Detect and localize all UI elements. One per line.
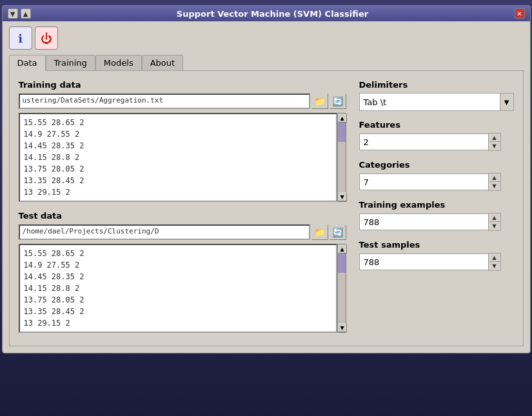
features-row: Features 2 ▲ ▼ (359, 120, 514, 151)
categories-spinner-btns: ▲ ▼ (488, 173, 501, 191)
categories-spin-down[interactable]: ▼ (489, 182, 500, 190)
training-data-area[interactable]: 15.55 28.65 214.9 27.55 214.45 28.35 214… (19, 113, 337, 202)
test-samples-spinner: 788 ▲ ▼ (359, 253, 514, 271)
delimiters-dropdown-arrow[interactable]: ▼ (500, 93, 514, 111)
training-data-area-wrapper: 15.55 28.65 214.9 27.55 214.45 28.35 214… (19, 113, 346, 202)
training-file-row: ustering/DataSets/Aggregation.txt 📁 🔄 (19, 94, 346, 109)
categories-spin-up[interactable]: ▲ (489, 173, 500, 182)
minimize-button[interactable]: ▼ (8, 8, 18, 19)
training-scrollbar: ▲ ▼ (337, 113, 346, 202)
training-scroll-thumb[interactable] (338, 123, 346, 142)
training-refresh-button[interactable]: 🔄 (330, 94, 346, 109)
test-samples-spinner-btns: ▲ ▼ (488, 253, 501, 271)
training-scroll-track (338, 123, 346, 192)
training-examples-row: Training examples 788 ▲ ▼ (359, 200, 514, 231)
toolbar: ℹ ⏻ (3, 21, 530, 55)
categories-row: Categories 7 ▲ ▼ (359, 160, 514, 191)
test-data-area-wrapper: 15.55 28.65 214.9 27.55 214.45 28.35 214… (19, 244, 346, 333)
delimiters-row: Delimiters Tab \t ▼ (359, 80, 514, 111)
training-scroll-down[interactable]: ▼ (338, 192, 347, 201)
categories-spinner: 7 ▲ ▼ (359, 173, 514, 191)
training-examples-label: Training examples (359, 200, 514, 210)
tab-training[interactable]: Training (46, 55, 95, 70)
delimiters-select-row: Tab \t ▼ (359, 93, 514, 111)
test-samples-spin-up[interactable]: ▲ (489, 253, 500, 262)
categories-label: Categories (359, 160, 514, 170)
test-file-row: /home/dael/Projects/Clustering/D 📁 🔄 (19, 224, 346, 240)
test-refresh-button[interactable]: 🔄 (330, 224, 346, 240)
test-data-area[interactable]: 15.55 28.65 214.9 27.55 214.45 28.35 214… (19, 244, 337, 333)
features-spinner-btns: ▲ ▼ (488, 133, 501, 151)
left-panel: Training data ustering/DataSets/Aggregat… (19, 80, 346, 337)
features-spin-down[interactable]: ▼ (489, 142, 500, 150)
titlebar-right-controls: ✕ (515, 8, 525, 19)
training-folder-button[interactable]: 📁 (311, 94, 328, 109)
test-scrollbar: ▲ ▼ (337, 244, 346, 333)
training-scroll-up[interactable]: ▲ (338, 114, 347, 123)
features-input[interactable]: 2 (359, 134, 488, 150)
training-data-label: Training data (19, 80, 346, 90)
delimiters-label: Delimiters (359, 80, 514, 90)
info-button[interactable]: ℹ (9, 26, 32, 50)
content-layout: Training data ustering/DataSets/Aggregat… (19, 80, 514, 337)
delimiters-select[interactable]: Tab \t (359, 93, 500, 111)
tab-about[interactable]: About (142, 55, 183, 70)
training-examples-spinner: 788 ▲ ▼ (359, 213, 514, 231)
training-file-input[interactable]: ustering/DataSets/Aggregation.txt (19, 94, 310, 109)
tabs-container: Data Training Models About (3, 55, 530, 70)
close-button[interactable]: ✕ (515, 8, 525, 19)
titlebar-left-controls: ▼ ▲ (8, 8, 31, 19)
test-scroll-track (338, 253, 346, 323)
test-samples-row: Test samples 788 ▲ ▼ (359, 240, 514, 271)
main-window: ▼ ▲ Support Vector Machine (SVM) Classif… (2, 5, 531, 353)
right-panel: Delimiters Tab \t ▼ Features 2 ▲ ▼ (359, 80, 514, 337)
power-button[interactable]: ⏻ (35, 26, 58, 50)
training-examples-spinner-btns: ▲ ▼ (488, 213, 501, 231)
training-examples-spin-up[interactable]: ▲ (489, 213, 500, 222)
main-content: Training data ustering/DataSets/Aggregat… (9, 70, 524, 346)
test-scroll-down[interactable]: ▼ (338, 323, 347, 332)
training-examples-spin-down[interactable]: ▼ (489, 222, 500, 230)
test-file-input[interactable]: /home/dael/Projects/Clustering/D (19, 224, 310, 240)
test-folder-button[interactable]: 📁 (311, 224, 328, 240)
categories-input[interactable]: 7 (359, 173, 488, 190)
titlebar: ▼ ▲ Support Vector Machine (SVM) Classif… (3, 6, 530, 21)
training-examples-input[interactable]: 788 (359, 213, 488, 230)
features-label: Features (359, 120, 514, 130)
features-spin-up[interactable]: ▲ (489, 134, 500, 142)
tab-models[interactable]: Models (95, 55, 142, 70)
maximize-button[interactable]: ▲ (21, 8, 31, 19)
test-samples-input[interactable]: 788 (359, 253, 488, 270)
window-title: Support Vector Machine (SVM) Classifier (31, 9, 515, 19)
test-samples-spin-down[interactable]: ▼ (489, 262, 500, 270)
test-samples-label: Test samples (359, 240, 514, 250)
test-scroll-up[interactable]: ▲ (338, 244, 347, 253)
test-data-label: Test data (19, 211, 346, 221)
tab-data[interactable]: Data (9, 55, 46, 71)
test-scroll-thumb[interactable] (338, 253, 346, 273)
features-spinner: 2 ▲ ▼ (359, 133, 514, 151)
